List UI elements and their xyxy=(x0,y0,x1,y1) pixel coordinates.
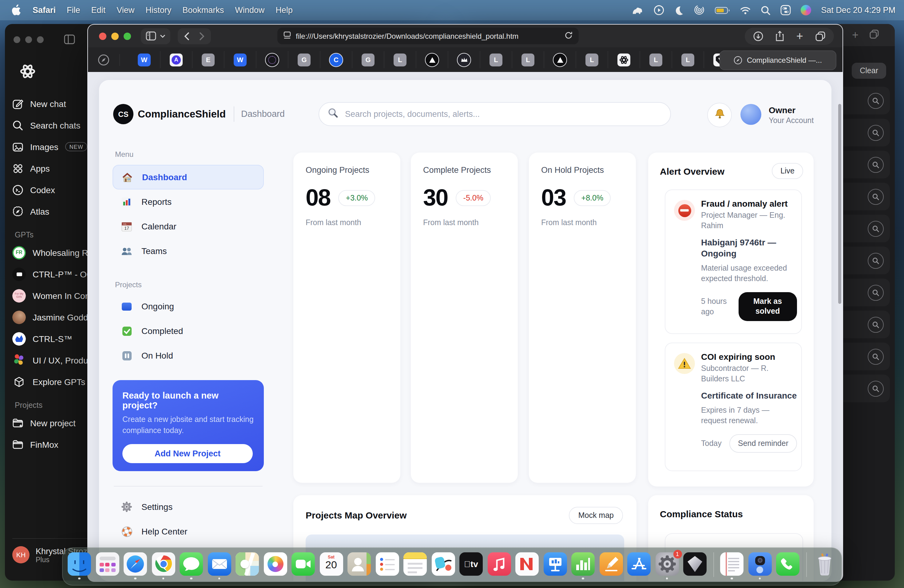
battery-icon[interactable] xyxy=(714,5,730,15)
close-window-button[interactable] xyxy=(99,32,106,40)
add-new-project-button[interactable]: Add New Project xyxy=(122,444,253,463)
clear-button[interactable]: Clear xyxy=(852,63,886,79)
dock-item-keynote[interactable] xyxy=(543,552,567,579)
pinned-tab-6[interactable]: C xyxy=(321,51,352,68)
sidebar-icon[interactable] xyxy=(146,32,156,41)
filter-completed[interactable]: Completed xyxy=(112,319,264,343)
minimize-window-button[interactable] xyxy=(111,32,119,40)
pinned-tab-9[interactable] xyxy=(416,51,448,68)
dock-item-reminders[interactable] xyxy=(375,552,399,579)
tab-complianceshield[interactable]: ComplianceShield —... xyxy=(719,51,836,70)
zoom-window-button[interactable] xyxy=(123,32,131,40)
dock-item-tv[interactable]: tv xyxy=(459,552,483,579)
dock-item-numbers[interactable] xyxy=(571,552,595,579)
window-controls[interactable] xyxy=(99,32,131,40)
mock-map-badge[interactable]: Mock map xyxy=(569,507,623,524)
pinned-tab-12[interactable]: L xyxy=(512,51,544,68)
pinned-tab-16[interactable]: L xyxy=(640,51,672,68)
menu-history[interactable]: History xyxy=(145,6,171,15)
account-avatar[interactable] xyxy=(740,104,761,125)
pinned-tab-7[interactable]: G xyxy=(352,51,384,68)
reader-icon[interactable] xyxy=(283,31,291,41)
dock-item-safari[interactable] xyxy=(123,552,147,579)
spotlight-icon[interactable] xyxy=(761,5,771,15)
menu-window[interactable]: Window xyxy=(235,6,264,15)
tab-overview-icon[interactable] xyxy=(869,29,879,41)
dock-item-photo-booth[interactable] xyxy=(748,552,771,579)
dock-item-apps-launcher[interactable] xyxy=(96,552,119,579)
dock-item-gem-app[interactable] xyxy=(683,552,706,579)
dock-item-textedit[interactable] xyxy=(720,552,743,579)
search-bar[interactable] xyxy=(319,102,671,126)
pinned-tab-3[interactable]: W xyxy=(224,51,256,68)
filter-on-hold[interactable]: On Hold xyxy=(112,343,264,368)
nav-item-teams[interactable]: Teams xyxy=(112,239,264,263)
animal-icon[interactable] xyxy=(632,5,644,15)
nav-item-dashboard[interactable]: Dashboard xyxy=(112,165,264,190)
menu-view[interactable]: View xyxy=(117,6,134,15)
menu-bookmarks[interactable]: Bookmarks xyxy=(182,6,224,15)
wifi-icon[interactable] xyxy=(740,5,751,15)
window-controls-inactive[interactable] xyxy=(14,36,44,43)
pinned-tab-0[interactable]: W xyxy=(128,51,161,68)
pinned-tab-17[interactable]: L xyxy=(672,51,704,68)
search-input[interactable] xyxy=(344,109,662,119)
start-page-icon[interactable] xyxy=(88,54,120,65)
dock-item-news[interactable] xyxy=(515,552,539,579)
menu-safari[interactable]: Safari xyxy=(33,6,56,15)
share-icon[interactable] xyxy=(776,31,784,41)
new-tab-icon[interactable]: + xyxy=(797,29,803,43)
dock-item-music[interactable] xyxy=(487,552,511,579)
notifications-button[interactable] xyxy=(707,103,732,127)
menu-file[interactable]: File xyxy=(67,6,80,15)
control-center-icon[interactable] xyxy=(781,5,791,15)
pinned-tab-15[interactable] xyxy=(608,51,640,68)
menu-edit[interactable]: Edit xyxy=(91,6,106,15)
chevron-down-icon[interactable] xyxy=(160,34,166,38)
dock-item-finder[interactable] xyxy=(68,552,91,579)
pinned-tab-11[interactable]: L xyxy=(480,51,512,68)
dock-item-notes[interactable] xyxy=(403,552,427,579)
menu-help[interactable]: Help xyxy=(275,6,293,15)
pinned-tab-5[interactable]: G xyxy=(288,51,321,68)
sidebar-toggle-icon[interactable] xyxy=(64,34,75,47)
dock-item-mail[interactable] xyxy=(207,552,231,579)
dock-item-pages[interactable] xyxy=(599,552,623,579)
dock-item-phone[interactable] xyxy=(776,552,800,579)
dock-item-calendar[interactable]: Sat20 xyxy=(319,552,343,579)
dock-item-photos[interactable] xyxy=(264,552,287,579)
dock-item-chrome[interactable] xyxy=(152,552,175,579)
nav-item-help-center[interactable]: Help Center xyxy=(112,519,264,544)
pinned-tab-14[interactable]: L xyxy=(576,51,608,68)
filter-ongoing[interactable]: Ongoing xyxy=(112,294,264,319)
nav-item-reports[interactable]: Reports xyxy=(112,190,264,214)
nav-item-settings[interactable]: Settings xyxy=(112,495,264,519)
play-circle-icon[interactable] xyxy=(654,5,664,15)
scrollbar[interactable] xyxy=(838,104,841,304)
dock-item-trash[interactable] xyxy=(813,552,836,579)
tab-overview-icon[interactable] xyxy=(815,31,825,41)
reload-icon[interactable] xyxy=(564,31,572,41)
dock-item-contacts[interactable] xyxy=(348,552,371,579)
dock-item-app-store[interactable] xyxy=(627,552,651,579)
downloads-icon[interactable] xyxy=(753,31,763,41)
live-badge[interactable]: Live xyxy=(772,163,803,179)
new-tab-icon[interactable]: + xyxy=(852,28,858,41)
nav-item-calendar[interactable]: JUL17Calendar xyxy=(112,214,264,239)
pinned-tab-10[interactable] xyxy=(448,51,480,68)
moon-icon[interactable] xyxy=(674,5,684,15)
dock-item-maps[interactable] xyxy=(235,552,259,579)
menu-bar-clock[interactable]: Sat Dec 20 4:29 PM xyxy=(821,6,895,15)
dock-item-freeform[interactable] xyxy=(431,552,455,579)
dock-item-facetime[interactable] xyxy=(291,552,315,579)
forward-icon[interactable] xyxy=(199,32,205,40)
pinned-tab-8[interactable]: L xyxy=(384,51,416,68)
pinned-tab-4[interactable] xyxy=(256,51,288,68)
siri-icon[interactable] xyxy=(801,5,811,15)
pinned-tab-1[interactable]: A xyxy=(161,51,193,68)
dock-item-system-settings[interactable]: 1 xyxy=(655,552,679,579)
pinned-tab-13[interactable] xyxy=(544,51,576,68)
address-bar[interactable]: file:///Users/khrystalstrozier/Downloads… xyxy=(277,28,579,44)
pinned-tab-2[interactable]: E xyxy=(193,51,224,68)
airdrop-icon[interactable] xyxy=(694,5,705,15)
